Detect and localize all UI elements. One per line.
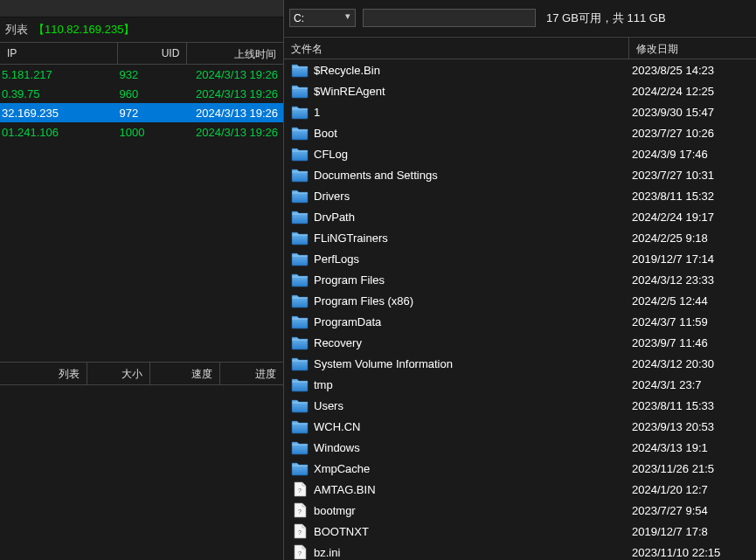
file-row[interactable]: $WinREAgent2024/2/24 12:25 <box>284 80 756 101</box>
file-date: 2024/3/12 23:33 <box>628 273 753 287</box>
file-name: tmp <box>314 378 628 391</box>
file-row[interactable]: Windows2024/3/13 19:1 <box>284 437 756 458</box>
folder-icon <box>291 398 309 413</box>
folder-icon <box>291 209 309 225</box>
host-list: 5.181.2179322024/3/13 19:260.39.75960202… <box>0 65 283 362</box>
file-date: 2023/9/13 20:53 <box>628 420 753 433</box>
list-label: 列表 <box>5 22 28 38</box>
file-name: ProgramData <box>314 315 628 328</box>
folder-icon <box>291 335 309 350</box>
file-row[interactable]: DrvPath2024/2/24 19:17 <box>284 206 756 227</box>
file-date: 2024/3/7 11:59 <box>628 315 753 328</box>
task-header-speed[interactable]: 速度 <box>150 363 220 384</box>
file-row[interactable]: AMTAG.BIN2024/1/20 12:7 <box>284 479 756 500</box>
file-name: $Recycle.Bin <box>314 64 628 77</box>
file-name: BOOTNXT <box>314 525 628 538</box>
file-row[interactable]: System Volume Information2024/3/12 20:30 <box>284 353 756 374</box>
task-header-row: 列表 大小 速度 进度 <box>0 363 283 385</box>
file-name: System Volume Information <box>314 357 628 370</box>
file-name: DrvPath <box>314 211 628 224</box>
file-date: 2024/2/25 9:18 <box>628 232 753 245</box>
file-name: CFLog <box>314 148 628 161</box>
folder-icon <box>291 146 309 162</box>
file-name: $WinREAgent <box>314 85 628 98</box>
file-date: 2023/11/26 21:5 <box>628 462 753 475</box>
task-header-progress[interactable]: 进度 <box>220 363 283 384</box>
host-row[interactable]: 01.241.10610002024/3/13 19:26 <box>0 122 283 142</box>
folder-icon <box>291 314 309 329</box>
file-icon <box>291 481 309 497</box>
file-date: 2024/1/20 12:7 <box>628 483 753 496</box>
host-time: 2024/3/13 19:26 <box>187 86 283 102</box>
host-header-uid[interactable]: UID <box>118 43 188 64</box>
file-row[interactable]: bz.ini2023/11/10 22:15 <box>284 542 756 560</box>
file-name: Users <box>314 399 628 412</box>
file-row[interactable]: Program Files2024/3/12 23:33 <box>284 269 756 290</box>
host-ip: 32.169.235 <box>0 105 118 121</box>
host-header-time[interactable]: 上线时间 <box>187 43 283 64</box>
folder-icon <box>291 439 309 455</box>
file-row[interactable]: CFLog2024/3/9 17:46 <box>284 143 756 164</box>
file-date: 2023/7/27 10:31 <box>628 169 753 182</box>
file-date: 2024/2/5 12:44 <box>628 294 753 308</box>
file-header-date[interactable]: 修改日期 <box>629 38 756 59</box>
file-date: 2023/7/27 9:54 <box>628 504 753 517</box>
file-row[interactable]: FLiNGTrainers2024/2/25 9:18 <box>284 227 756 248</box>
host-uid: 960 <box>118 86 188 102</box>
task-list-empty <box>0 385 283 560</box>
folder-icon <box>291 167 309 183</box>
file-date: 2024/3/9 17:46 <box>628 148 753 161</box>
file-name: 1 <box>314 106 628 119</box>
file-row[interactable]: Boot2023/7/27 10:26 <box>284 122 756 143</box>
task-header-name[interactable]: 列表 <box>0 363 87 384</box>
folder-icon <box>291 62 309 78</box>
folder-icon <box>291 125 309 141</box>
host-row[interactable]: 0.39.759602024/3/13 19:26 <box>0 84 283 103</box>
file-header-name[interactable]: 文件名 <box>284 38 629 59</box>
file-name: Recovery <box>314 336 628 349</box>
folder-icon <box>291 104 309 120</box>
file-name: Program Files <box>314 273 628 287</box>
file-icon <box>291 523 309 539</box>
current-ip-bracket: 【110.82.169.235】 <box>33 22 135 38</box>
file-name: FLiNGTrainers <box>314 232 628 245</box>
path-input[interactable] <box>363 9 536 27</box>
file-date: 2023/8/11 15:32 <box>628 190 753 203</box>
file-date: 2024/3/1 23:7 <box>628 378 753 391</box>
file-row[interactable]: $Recycle.Bin2023/8/25 14:23 <box>284 59 756 80</box>
host-ip: 0.39.75 <box>0 86 118 102</box>
host-uid: 1000 <box>118 124 188 141</box>
file-name: bootmgr <box>314 504 628 517</box>
file-date: 2024/2/24 12:25 <box>628 85 753 98</box>
host-uid: 932 <box>118 66 188 83</box>
file-row[interactable]: BOOTNXT2019/12/7 17:8 <box>284 521 756 542</box>
file-icon <box>291 544 309 560</box>
file-date: 2023/9/30 15:47 <box>628 106 753 119</box>
folder-icon <box>291 83 309 99</box>
folder-icon <box>291 418 309 434</box>
file-row[interactable]: Documents and Settings2023/7/27 10:31 <box>284 164 756 185</box>
file-row[interactable]: Recovery2023/9/7 11:46 <box>284 332 756 353</box>
task-header-size[interactable]: 大小 <box>87 363 150 384</box>
disk-space-info: 17 GB可用，共 111 GB <box>546 10 666 26</box>
host-row[interactable]: 32.169.2359722024/3/13 19:26 <box>0 103 283 122</box>
file-date: 2023/11/10 22:15 <box>628 546 753 559</box>
file-row[interactable]: Drivers2023/8/11 15:32 <box>284 185 756 206</box>
file-date: 2024/3/12 20:30 <box>628 357 753 370</box>
file-row[interactable]: Program Files (x86)2024/2/5 12:44 <box>284 290 756 311</box>
host-header-ip[interactable]: IP <box>0 43 118 64</box>
file-row[interactable]: 12023/9/30 15:47 <box>284 101 756 122</box>
file-row[interactable]: bootmgr2023/7/27 9:54 <box>284 500 756 521</box>
file-row[interactable]: XmpCache2023/11/26 21:5 <box>284 458 756 479</box>
file-date: 2023/7/27 10:26 <box>628 127 753 140</box>
host-row[interactable]: 5.181.2179322024/3/13 19:26 <box>0 65 283 84</box>
file-row[interactable]: PerfLogs2019/12/7 17:14 <box>284 248 756 269</box>
file-icon <box>291 502 309 518</box>
drive-select[interactable]: C: <box>289 9 356 27</box>
file-date: 2023/8/11 15:33 <box>628 399 753 412</box>
file-row[interactable]: tmp2024/3/1 23:7 <box>284 374 756 395</box>
file-row[interactable]: WCH.CN2023/9/13 20:53 <box>284 416 756 437</box>
file-row[interactable]: Users2023/8/11 15:33 <box>284 395 756 416</box>
file-row[interactable]: ProgramData2024/3/7 11:59 <box>284 311 756 332</box>
file-name: XmpCache <box>314 462 628 475</box>
